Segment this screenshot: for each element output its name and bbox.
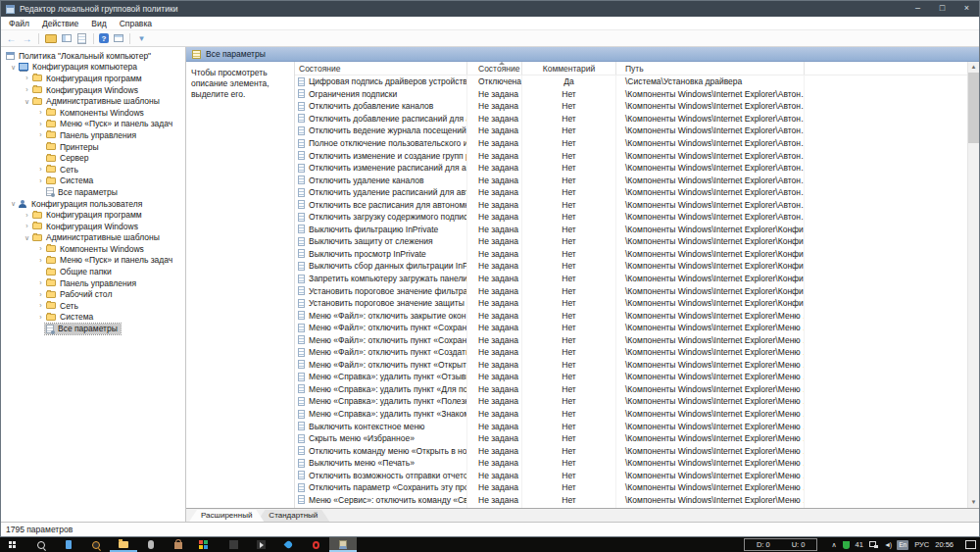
tree-item[interactable]: ∨ Конфигурация пользователя (1, 198, 185, 210)
policy-name-cell[interactable]: Отключить параметр «Сохранить эту програ… (295, 481, 467, 494)
toolbar-separator[interactable] (93, 33, 94, 44)
back-icon[interactable]: ← (5, 32, 18, 44)
policy-name-cell[interactable]: Полное отключение пользовательского инте… (295, 137, 467, 150)
export-list-icon[interactable] (75, 32, 88, 44)
policy-name-cell[interactable]: Меню «Справка»: удалить пункт «Для польз… (295, 383, 467, 396)
policy-name-cell[interactable]: Установить пороговое значение фильтраци… (295, 284, 467, 297)
hidden-icons-chevron-icon[interactable]: ∧ (831, 541, 836, 549)
policy-name-cell[interactable]: Меню «Справка»: удалить пункт «Знакомств… (295, 408, 467, 421)
toolbar-separator[interactable] (129, 33, 130, 44)
policy-row[interactable]: Отключить команду меню «Открыть в новом…… (295, 444, 967, 457)
column-header-state[interactable]: Состояние (467, 62, 522, 75)
expander-chevron-icon[interactable]: › (36, 120, 45, 128)
expander-chevron-icon[interactable]: › (36, 165, 45, 174)
clock[interactable]: 20:56 (935, 540, 954, 549)
policy-name-cell[interactable]: Отключить все расписания для автономных … (295, 198, 467, 211)
expander-chevron-icon[interactable]: › (36, 301, 45, 310)
taskbar-app[interactable] (302, 537, 329, 552)
policy-name-cell[interactable]: Отключить добавление каналов (295, 100, 467, 113)
vertical-scrollbar[interactable]: ▲ ▼ (967, 62, 979, 508)
policy-name-cell[interactable]: Выключить просмотр InPrivate (295, 248, 467, 261)
policy-row[interactable]: Отключить изменение расписаний для автон… (295, 162, 967, 175)
policy-row[interactable]: Выключить защиту от слежения Не задана Н… (295, 235, 967, 248)
policy-name-cell[interactable]: Выключить фильтрацию InPrivate (295, 224, 467, 236)
expander-chevron-icon[interactable]: › (36, 108, 45, 117)
policy-name-cell[interactable]: Отключить ведение журнала посещений авт… (295, 125, 467, 137)
policy-row[interactable]: Меню «Файл»: отключить пункт «Сохранить … (295, 333, 967, 346)
policy-name-cell[interactable]: Меню «Файл»: отключить пункт «Сохранить … (295, 333, 467, 346)
expander-chevron-icon[interactable]: › (36, 313, 45, 322)
policy-row[interactable]: Меню «Сервис»: отключить команду «Свойст… (295, 494, 967, 507)
policy-row[interactable]: Цифровая подпись драйверов устройств Отк… (295, 75, 967, 88)
view-tab[interactable]: Стандартный (257, 510, 329, 522)
policy-row[interactable]: Отключить параметр «Сохранить эту програ… (295, 481, 967, 494)
tree-item[interactable]: › Конфигурация Windows (1, 221, 185, 232)
tree-item[interactable]: Все параметры (1, 186, 185, 198)
policy-row[interactable]: Меню «Файл»: отключить пункт «Сохранить … (295, 322, 967, 334)
taskbar-app[interactable] (274, 537, 302, 552)
expander-chevron-icon[interactable]: › (36, 130, 45, 139)
policy-name-cell[interactable]: Меню «Справка»: удалить пункт «Отзывы и … (295, 371, 467, 383)
policy-row[interactable]: Отключить ведение журнала посещений авт…… (295, 125, 967, 137)
volume-icon[interactable]: ◄) (884, 541, 891, 548)
expander-chevron-icon[interactable]: ∨ (9, 199, 18, 208)
policy-name-cell[interactable]: Выключить сбор данных фильтрации InPriva… (295, 260, 467, 273)
tree-item[interactable]: › Компоненты Windows (1, 243, 185, 255)
policy-name-cell[interactable]: Отключить команду меню «Открыть в новом… (295, 444, 467, 457)
expander-chevron-icon[interactable]: › (36, 290, 45, 299)
network-icon[interactable] (869, 541, 878, 548)
policy-row[interactable]: Меню «Справка»: удалить пункт «Для польз… (295, 383, 967, 396)
policy-row[interactable]: Установить пороговое значение фильтраци…… (295, 284, 967, 297)
policy-row[interactable]: Выключить контекстное меню Не задана Нет… (295, 420, 967, 432)
tree-item[interactable]: Принтеры (1, 141, 185, 153)
tree-item[interactable]: ∨ Административные шаблоны (1, 232, 185, 244)
language-indicator[interactable]: РУС (914, 540, 929, 549)
policy-name-cell[interactable]: Меню «Сервис»: отключить команду «Свойст… (295, 494, 467, 507)
tree-item[interactable]: Все параметры (1, 323, 185, 334)
show-console-tree-icon[interactable] (60, 32, 73, 44)
menu-item[interactable]: Вид (91, 19, 106, 28)
policy-name-cell[interactable]: Отключить удаление каналов (295, 174, 467, 186)
expander-chevron-icon[interactable]: › (36, 278, 45, 287)
taskbar-app[interactable] (55, 537, 82, 552)
expander-chevron-icon[interactable]: › (23, 74, 31, 82)
expander-chevron-icon[interactable]: ∨ (9, 63, 18, 72)
policy-name-cell[interactable]: Выключить контекстное меню (295, 420, 467, 432)
tree-item[interactable]: › Сеть (1, 300, 185, 312)
tree-item[interactable]: › Рабочий стол (1, 288, 185, 300)
net-speed-widget[interactable]: D: 0 U: 0 (744, 538, 818, 551)
policy-row[interactable]: Запретить компьютеру загружать панели ин… (295, 273, 967, 285)
policy-name-cell[interactable]: Меню «Файл»: отключить пункт «Открыть» (295, 359, 467, 372)
menu-item[interactable]: Действие (42, 19, 78, 28)
policy-name-cell[interactable]: Меню «Справка»: удалить пункт «Полезный … (295, 395, 467, 408)
taskbar-app[interactable] (82, 537, 110, 552)
close-button[interactable]: × (955, 1, 979, 17)
column-header-comment[interactable]: Комментарий (522, 62, 616, 75)
policy-row[interactable]: Отключить загрузку содержимого подписки … (295, 211, 967, 224)
policy-row[interactable]: Меню «Файл»: отключить пункт «Открыть» Н… (295, 359, 967, 372)
tree-item[interactable]: Политика "Локальный компьютер" (1, 50, 185, 62)
tree-item[interactable]: › Сеть (1, 164, 185, 176)
policy-name-cell[interactable]: Меню «Файл»: отключить пункт «Сохранить … (295, 322, 467, 334)
filter-icon[interactable]: ▼ (135, 32, 148, 44)
tree-item[interactable]: ∨ Конфигурация компьютера (1, 62, 185, 74)
scrollbar-thumb[interactable] (968, 73, 979, 143)
policy-name-cell[interactable]: Отключить возможность отправки отчетов о… (295, 470, 467, 482)
policy-row[interactable]: Отключить удаление каналов Не задана Нет… (295, 174, 967, 186)
policy-name-cell[interactable]: Меню «Файл»: отключить закрытие окон бра… (295, 309, 467, 322)
policy-row[interactable]: Скрыть меню «Избранное» Не задана Нет \К… (295, 432, 967, 445)
taskbar-app[interactable] (220, 537, 247, 552)
expander-chevron-icon[interactable]: ∨ (23, 97, 31, 106)
taskbar-app[interactable] (110, 537, 137, 552)
view-tab[interactable]: Расширенный (189, 510, 264, 522)
tree-item[interactable]: › Меню «Пуск» и панель задач (1, 255, 185, 267)
policy-name-cell[interactable]: Выключить меню «Печать» (295, 457, 467, 470)
expander-chevron-icon[interactable]: › (23, 211, 31, 220)
taskbar-app[interactable] (137, 537, 165, 552)
antivirus-shield-icon[interactable] (843, 541, 850, 549)
policy-row[interactable]: Меню «Файл»: отключить закрытие окон бра… (295, 309, 967, 322)
policy-row[interactable]: Ограничения подписки Не задана Нет \Комп… (295, 88, 967, 101)
scroll-down-icon[interactable]: ▼ (971, 497, 977, 508)
menu-item[interactable]: Файл (9, 19, 29, 28)
expander-chevron-icon[interactable]: › (23, 85, 31, 94)
